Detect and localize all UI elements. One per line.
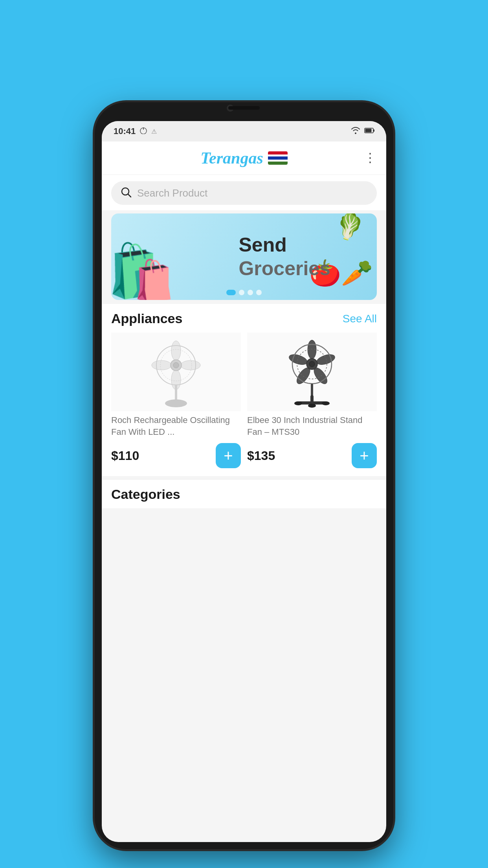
product-2-footer: $135 + <box>247 443 377 468</box>
add-to-cart-2[interactable]: + <box>352 443 377 468</box>
wifi-icon <box>351 127 360 136</box>
appliances-section-header: Appliances See All <box>102 304 386 329</box>
product-2-price: $135 <box>247 449 275 463</box>
battery-icon <box>364 127 374 135</box>
dot-2[interactable] <box>239 290 244 295</box>
grocery-bag-icon: 🛍️ <box>111 245 176 300</box>
svg-point-32 <box>322 401 330 405</box>
banner-text: Send Groceries <box>238 233 330 280</box>
svg-point-9 <box>181 360 200 370</box>
speaker-grille <box>228 106 260 110</box>
svg-point-31 <box>294 401 302 405</box>
svg-line-6 <box>128 194 131 197</box>
banner-line1: Send <box>238 234 286 256</box>
phone-screen: 10:41 ⚠ <box>102 121 386 842</box>
products-row: Roch Rechargeable Oscillating Fan With L… <box>102 329 386 476</box>
product-card-2: Elbee 30 Inch Industrial Stand Fan – MTS… <box>247 333 377 468</box>
categories-section: Categories <box>102 479 386 508</box>
svg-point-25 <box>309 361 315 367</box>
svg-point-8 <box>171 341 181 360</box>
product-1-footer: $110 + <box>111 443 241 468</box>
search-input[interactable]: Search Product <box>137 187 207 199</box>
status-time: 10:41 <box>114 126 136 136</box>
product-1-name: Roch Rechargeable Oscillating Fan With L… <box>111 414 241 440</box>
svg-rect-4 <box>365 129 372 132</box>
phone-frame: 10:41 ⚠ <box>95 102 393 849</box>
dot-3[interactable] <box>248 290 253 295</box>
search-icon <box>121 187 132 199</box>
appliances-title: Appliances <box>111 311 182 326</box>
warning-icon: ⚠ <box>151 128 157 135</box>
svg-rect-3 <box>373 129 374 132</box>
search-container: Search Product <box>102 175 386 210</box>
status-bar: 10:41 ⚠ <box>102 121 386 142</box>
product-2-name: Elbee 30 Inch Industrial Stand Fan – MTS… <box>247 414 377 440</box>
add-to-cart-1[interactable]: + <box>216 443 241 468</box>
see-all-button[interactable]: See All <box>343 313 377 325</box>
menu-button[interactable]: ⋮ <box>364 153 377 163</box>
svg-point-11 <box>152 360 171 370</box>
banner-dots <box>226 290 262 295</box>
white-fan-svg <box>150 336 202 408</box>
product-1-price: $110 <box>111 449 139 463</box>
svg-point-23 <box>288 352 308 366</box>
search-bar[interactable]: Search Product <box>111 181 377 205</box>
product-2-image <box>247 333 377 411</box>
plus-icon-1: + <box>224 448 233 463</box>
svg-point-13 <box>173 362 179 368</box>
svg-point-20 <box>316 352 336 366</box>
banner-line2: Groceries <box>238 257 330 280</box>
plus-icon-2: + <box>360 448 369 463</box>
banner[interactable]: 🛍️ 🥬 🍅🥕 Send Groceries <box>111 213 377 300</box>
product-card-1: Roch Rechargeable Oscillating Fan With L… <box>111 333 241 468</box>
black-fan-svg <box>286 336 338 408</box>
signal-icon <box>139 127 147 136</box>
product-1-image <box>111 333 241 411</box>
dot-1[interactable] <box>226 290 236 295</box>
app-name: Terangas <box>200 149 263 167</box>
gambia-flag <box>268 151 288 165</box>
categories-title: Categories <box>111 487 377 502</box>
app-header: Terangas ⋮ <box>102 142 386 175</box>
svg-point-33 <box>308 404 316 408</box>
dot-4[interactable] <box>256 290 262 295</box>
svg-point-17 <box>165 399 187 407</box>
phone-notch <box>205 102 283 114</box>
